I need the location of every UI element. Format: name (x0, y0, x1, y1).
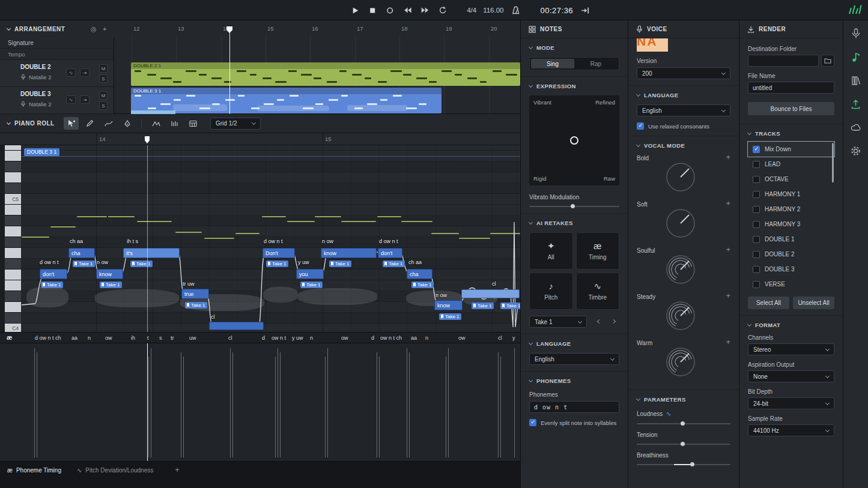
piano-note[interactable] (209, 322, 264, 330)
vocal-mode-knob[interactable] (664, 207, 697, 239)
stop-button[interactable] (367, 5, 378, 16)
phoneme-label[interactable]: ow (341, 335, 348, 341)
ruler-measure-label[interactable]: 20 (491, 25, 497, 32)
phoneme-label[interactable]: n (425, 335, 428, 341)
mute-button[interactable]: M (99, 64, 108, 73)
take-badge[interactable]: Take 1 (266, 261, 288, 267)
destination-folder-input[interactable] (748, 55, 819, 67)
phoneme-label[interactable]: ow n t (272, 335, 286, 341)
solo-button[interactable]: S (99, 74, 108, 83)
vocal-mode-add-button[interactable]: + (726, 291, 730, 300)
vibrato-tool[interactable] (167, 117, 182, 130)
mute-button[interactable]: M (99, 91, 108, 100)
settings-gear-icon[interactable] (850, 145, 862, 157)
piano-note[interactable]: know (321, 248, 377, 258)
music-note-icon[interactable] (850, 51, 862, 63)
voice-language-select[interactable]: English (637, 104, 730, 116)
track-checkbox[interactable] (753, 236, 760, 243)
take-badge[interactable]: Take 1 (73, 261, 95, 267)
clip-badge[interactable]: DOUBLE 3 1 (24, 148, 59, 156)
ruler-measure-label[interactable]: 13 (178, 25, 184, 32)
time-display[interactable]: 00:27:36 (541, 6, 574, 15)
piano-note[interactable]: cha (68, 248, 95, 258)
export-icon[interactable] (850, 98, 862, 110)
arrangement-clip[interactable]: DOUBLE 3 1 (131, 88, 442, 113)
split-syllables-checkbox[interactable] (529, 419, 536, 426)
ruler-measure-label[interactable]: 15 (267, 25, 274, 32)
phoneme-label[interactable]: uw (189, 335, 196, 341)
note-language-select[interactable]: English (529, 353, 619, 365)
play-button[interactable] (350, 5, 360, 16)
track-checkbox[interactable] (753, 191, 760, 198)
piano-roll-ruler[interactable]: 1415 (0, 133, 520, 145)
loop-button[interactable] (437, 5, 448, 16)
phoneme-label[interactable]: cl (228, 335, 232, 341)
render-track-row[interactable]: VERSE (748, 277, 834, 292)
render-track-row[interactable]: OCTAVE (748, 172, 834, 187)
prev-take-button[interactable] (593, 316, 605, 328)
microphone-icon[interactable] (850, 28, 862, 40)
track-row[interactable]: DOUBLE 3 Natalie 2 ∿ ⇥ M S (0, 87, 114, 114)
track-checkbox[interactable] (753, 161, 760, 168)
render-track-row[interactable]: DOUBLE 3 (748, 262, 834, 277)
library-icon[interactable] (850, 74, 862, 86)
piano-note[interactable]: don't (378, 248, 402, 258)
track-checkbox[interactable] (753, 206, 760, 213)
pencil-tool[interactable] (82, 117, 97, 130)
take-badge[interactable]: Take 1 (383, 261, 405, 267)
cloud-icon[interactable] (850, 121, 862, 133)
vocal-mode-add-button[interactable]: + (726, 245, 730, 254)
playhead-marker[interactable] (145, 136, 150, 143)
render-track-row[interactable]: Mix Down (748, 142, 834, 157)
piano-note[interactable]: true (181, 289, 209, 299)
take-badge[interactable]: Take 1 (329, 261, 351, 267)
select-all-button[interactable]: Select All (748, 297, 789, 309)
lane-tab[interactable]: ∿ Pitch Deviation/Loudness (77, 465, 153, 475)
take-badge[interactable]: Take 1 (130, 261, 153, 267)
vocal-mode-add-button[interactable]: + (726, 199, 730, 208)
relaxed-consonants-checkbox[interactable] (637, 122, 644, 130)
metronome-icon[interactable] (511, 5, 521, 16)
step-mode-icon[interactable]: ⇥ (80, 68, 90, 77)
add-lane-button[interactable]: + (175, 465, 180, 474)
piano-note[interactable]: Don't (263, 248, 295, 258)
add-track-icon[interactable]: + (103, 25, 107, 33)
phoneme-label[interactable]: aa (71, 335, 77, 341)
phoneme-label[interactable]: y (512, 335, 515, 341)
format-field-select[interactable]: Stereo (748, 343, 834, 355)
bounce-button[interactable]: Bounce to Files (748, 102, 834, 115)
phoneme-label[interactable]: d ow n t ch (35, 335, 61, 341)
ruler-measure-label[interactable]: 16 (312, 25, 318, 32)
parameter-slider[interactable] (637, 464, 730, 465)
step-mode-icon[interactable]: ⇥ (80, 95, 90, 104)
version-select[interactable]: 200 (637, 67, 730, 79)
pitch-mode-icon[interactable]: ∿ (66, 95, 76, 104)
tracks-scrollbar[interactable] (832, 143, 834, 182)
take-badge[interactable]: Take 1 (500, 303, 520, 309)
signature-row[interactable]: Signature (0, 37, 114, 49)
phoneme-label[interactable]: n (88, 335, 91, 341)
piano-note[interactable]: you (296, 269, 324, 279)
expression-xy-pad[interactable]: Vibrant Refined Rigid Raw (529, 95, 619, 185)
vocal-mode-knob[interactable] (664, 161, 697, 193)
track-checkbox[interactable] (753, 281, 760, 288)
retake-button[interactable]: æ Timing (576, 232, 620, 270)
format-section-header[interactable]: FORMAT (748, 322, 834, 328)
mode-option[interactable]: Rap (574, 59, 618, 68)
record-button[interactable] (384, 5, 395, 16)
arrangement-playhead-marker[interactable] (226, 26, 232, 33)
retake-button[interactable]: ♪ Pitch (529, 273, 573, 310)
piano-note[interactable]: cha (407, 269, 432, 279)
take-badge[interactable]: Take 1 (472, 303, 494, 309)
ruler-measure-label[interactable]: 17 (357, 25, 363, 32)
collapse-chevron-icon[interactable] (7, 26, 11, 30)
piano-note[interactable]: know (434, 300, 463, 310)
voice-avatar[interactable]: NA (637, 38, 668, 52)
language-section-header[interactable]: LANGUAGE (529, 340, 619, 347)
piano-note[interactable] (461, 289, 520, 298)
go-to-end-icon[interactable] (580, 5, 590, 16)
piano-note[interactable]: don't (40, 269, 67, 279)
parameters-header[interactable]: PARAMETERS (637, 396, 730, 403)
phoneme-label[interactable]: n (310, 335, 313, 341)
peak-tool[interactable] (148, 117, 163, 130)
